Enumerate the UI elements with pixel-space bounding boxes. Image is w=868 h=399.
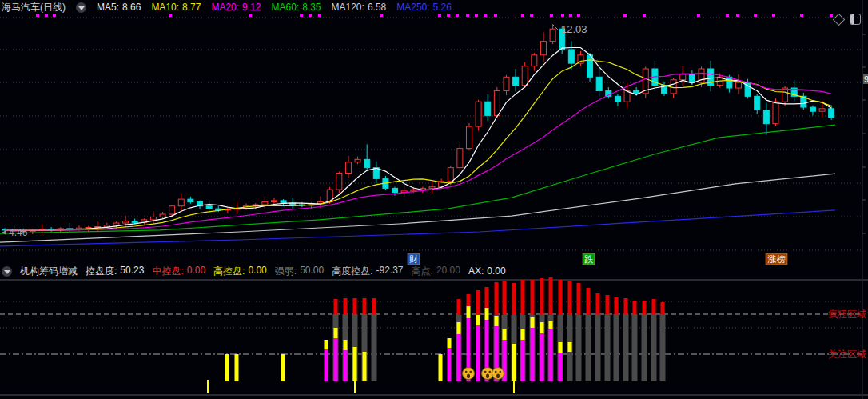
signal-dot — [494, 14, 497, 17]
indicator-field: 高控盘:0.00 — [213, 265, 267, 278]
candle-body — [262, 202, 268, 205]
ma-label: MA250:5.26 — [396, 2, 452, 13]
indicator-bar-segment — [606, 295, 610, 314]
ma250-line — [0, 210, 835, 246]
indicator-bar-segment — [457, 322, 461, 334]
corner-toolbar — [834, 14, 861, 25]
indicator-field: 中控盘:0.00 — [152, 265, 205, 278]
candle-body — [160, 214, 165, 217]
candle-body — [178, 199, 184, 206]
indicator-bar-segment — [521, 280, 525, 315]
chart-tag-label: 涨榜 — [768, 254, 786, 264]
indicator-collapse-chevron-icon[interactable] — [2, 266, 12, 277]
candle-body — [782, 88, 788, 102]
indicator-bar-segment — [353, 298, 357, 314]
right-axis-price-tag: 9 — [863, 74, 868, 84]
signal-dot — [530, 14, 533, 17]
candle-body — [689, 74, 695, 82]
candle-body — [532, 55, 537, 66]
indicator-bar-segment — [476, 290, 480, 315]
indicator-header: 机构筹码增减 控盘度:50.23中控盘:0.00高控盘:0.00强弱:50.00… — [2, 264, 514, 279]
candle-body — [763, 110, 769, 124]
indicator-bar-segment — [448, 338, 452, 348]
diamond-icon[interactable] — [833, 13, 846, 26]
ma-label: MA120:6.58 — [332, 2, 387, 13]
signal-dot — [577, 14, 580, 17]
field-label: 高点: — [412, 265, 433, 278]
indicator-bar-segment — [577, 283, 581, 315]
chart-tag-2[interactable]: 跌 — [583, 253, 595, 265]
candle-body — [615, 96, 620, 102]
indicator-bar-segment — [632, 314, 638, 381]
candle-body — [95, 226, 101, 227]
indicator-bar-segment — [235, 354, 239, 381]
candle-body — [587, 55, 593, 77]
candle-body — [735, 82, 741, 88]
candle-body — [550, 29, 555, 41]
candle-body — [188, 199, 193, 201]
indicator-bar-segment — [353, 347, 357, 381]
ma-label-value: 8.77 — [182, 2, 201, 13]
indicator-bar-segment — [661, 302, 665, 314]
candle-body — [727, 77, 732, 88]
low-annotation-arrow — [2, 230, 6, 235]
ma-label: MA10:8.77 — [151, 2, 201, 13]
candle-body — [364, 159, 370, 167]
collapse-chevron-icon[interactable] — [76, 2, 86, 13]
indicator-field: AX:0.00 — [468, 265, 506, 277]
signal-dot — [726, 14, 729, 17]
chart-tag-3[interactable]: 涨榜 — [766, 253, 787, 265]
zone-label: 关注区域 — [828, 349, 866, 360]
indicator-field: 控盘度:50.23 — [86, 265, 144, 278]
candle-body — [104, 225, 109, 227]
indicator-bar-segment — [225, 354, 229, 381]
indicator-bar-segment — [325, 349, 328, 381]
indicator-bar-segment — [485, 308, 489, 320]
astonished-face-emoji — [492, 368, 504, 380]
candle-body — [457, 149, 463, 168]
indicator-bar-segment — [476, 325, 480, 381]
candle-body — [411, 190, 416, 191]
candle-body — [345, 162, 351, 174]
indicator-field: 高点:20.00 — [412, 265, 460, 278]
indicator-bar-segment — [596, 293, 600, 314]
low-price-annotation: 4.46 — [9, 227, 28, 238]
indicator-bar-segment — [503, 329, 507, 340]
symbol-title: 海马汽车(日线) — [2, 1, 66, 14]
indicator-bar-segment — [439, 354, 443, 381]
panel-toggle-icon[interactable] — [850, 14, 861, 25]
indicator-bar-segment — [568, 342, 572, 352]
field-label: 中控盘: — [152, 265, 183, 278]
indicator-bar-segment — [325, 340, 328, 349]
chart-tag-label: 财 — [409, 254, 418, 264]
field-value: 0.00 — [187, 265, 205, 278]
candle-body — [123, 221, 129, 223]
signal-dot — [569, 14, 572, 17]
field-value: 50.00 — [300, 265, 324, 278]
indicator-bar-segment — [595, 314, 601, 381]
ma-label-value: 6.58 — [368, 2, 386, 13]
field-label: 高控盘: — [213, 265, 245, 278]
ma-label-value: 8.66 — [122, 2, 141, 13]
ma5-line — [5, 48, 831, 231]
ma120-line — [0, 174, 835, 242]
chart-tag-1[interactable]: 财 — [408, 253, 420, 265]
candle-body — [336, 173, 342, 190]
indicator-bar-segment — [334, 299, 338, 314]
candle-body — [568, 50, 574, 63]
candle-body — [522, 66, 528, 86]
right-axis-price-label: 9 — [864, 74, 868, 84]
candle-body — [132, 221, 137, 223]
ma-label: MA20:9.12 — [211, 2, 261, 13]
field-value: 0.00 — [487, 265, 505, 277]
indicator-bar-segment — [467, 294, 471, 306]
indicator-bar-segment — [354, 381, 356, 393]
ma-label-name: MA120: — [332, 2, 364, 13]
high-price-annotation: 12.03 — [561, 23, 587, 35]
candle-body — [671, 80, 676, 94]
signal-dot — [697, 14, 700, 17]
candle-body — [467, 126, 472, 148]
candle-body — [773, 102, 778, 123]
indicator-bar-segment — [540, 278, 544, 315]
indicator-bar-segment — [605, 314, 611, 381]
